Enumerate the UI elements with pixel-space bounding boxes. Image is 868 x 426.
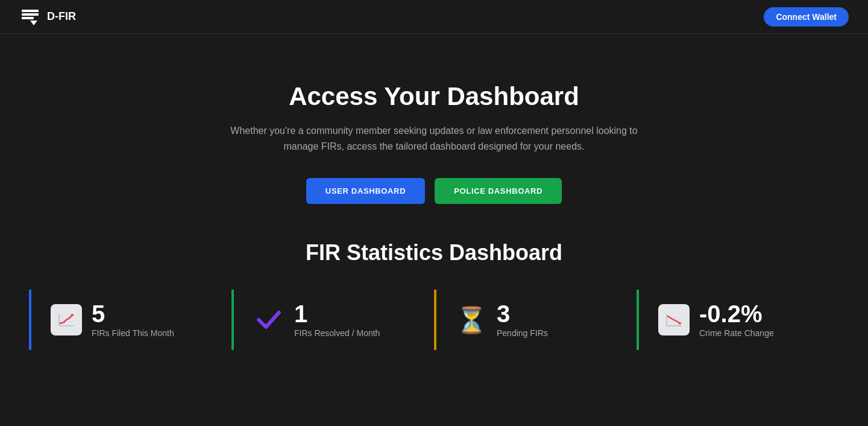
svg-point-9: [71, 314, 74, 316]
stats-section: FIR Statistics Dashboard: [0, 240, 868, 350]
stat-info-crime-rate: -0.2% Crime Rate Change: [699, 302, 774, 338]
hero-title: Access Your Dashboard: [289, 82, 579, 111]
stat-value-pending-firs: 3: [497, 302, 548, 326]
svg-rect-1: [22, 13, 39, 16]
svg-point-15: [679, 322, 681, 325]
svg-marker-3: [30, 21, 37, 25]
stat-label-firs-resolved: FIRs Resolved / Month: [294, 328, 380, 338]
stats-title: FIR Statistics Dashboard: [29, 240, 839, 265]
stat-card-pending-firs: ⏳ 3 Pending FIRs: [434, 290, 637, 350]
stat-card-crime-rate: -0.2% Crime Rate Change: [637, 290, 839, 350]
checkmark-icon: [253, 304, 285, 335]
brand-name: D-FIR: [47, 10, 76, 23]
stat-value-crime-rate: -0.2%: [699, 302, 774, 326]
hourglass-icon: ⏳: [456, 304, 487, 335]
stat-card-firs-filed: 5 FIRs Filed This Month: [29, 290, 231, 350]
svg-rect-0: [22, 10, 39, 12]
chart-up-icon: [51, 304, 82, 335]
dashboard-buttons: USER DASHBOARD POLICE DASHBOARD: [306, 178, 562, 204]
stats-grid: 5 FIRs Filed This Month 1 FIRs Resolved …: [29, 290, 839, 350]
police-dashboard-button[interactable]: POLICE DASHBOARD: [435, 178, 562, 204]
svg-rect-2: [22, 17, 34, 19]
stat-value-firs-resolved: 1: [294, 302, 380, 326]
connect-wallet-button[interactable]: Connect Wallet: [764, 7, 849, 27]
stat-card-firs-resolved: 1 FIRs Resolved / Month: [231, 290, 434, 350]
stat-label-firs-filed: FIRs Filed This Month: [92, 328, 174, 338]
stat-info-firs-resolved: 1 FIRs Resolved / Month: [294, 302, 380, 338]
stat-info-pending-firs: 3 Pending FIRs: [497, 302, 548, 338]
user-dashboard-button[interactable]: USER DASHBOARD: [306, 178, 425, 204]
brand: D-FIR: [19, 6, 76, 28]
brand-icon: [19, 6, 41, 28]
main-content: Access Your Dashboard Whether you're a c…: [0, 34, 868, 350]
navbar: D-FIR Connect Wallet: [0, 0, 868, 34]
stat-label-crime-rate: Crime Rate Change: [699, 328, 774, 338]
chart-down-icon: [658, 304, 690, 335]
stat-info-firs-filed: 5 FIRs Filed This Month: [92, 302, 174, 338]
stat-value-firs-filed: 5: [92, 302, 174, 326]
hero-subtitle: Whether you're a community member seekin…: [223, 123, 645, 154]
stat-label-pending-firs: Pending FIRs: [497, 328, 548, 338]
